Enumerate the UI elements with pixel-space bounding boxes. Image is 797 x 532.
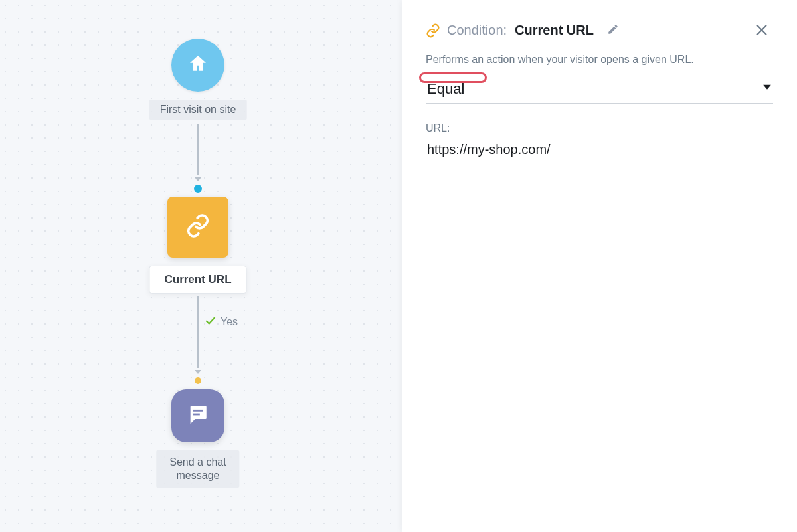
condition-label: Condition: [447, 23, 507, 38]
connector-line [197, 296, 199, 368]
url-field-label: URL: [426, 122, 773, 134]
svg-rect-0 [193, 410, 203, 412]
close-button[interactable] [751, 20, 773, 43]
operator-select[interactable]: Equal [426, 76, 773, 104]
connector-dot-in [194, 185, 202, 193]
connector-dot-in [195, 377, 201, 384]
flow-canvas[interactable]: First visit on site Current URL Yes [0, 0, 797, 532]
action-node-send-chat[interactable] [171, 389, 224, 442]
home-icon [187, 53, 209, 77]
chevron-down-icon [762, 82, 772, 94]
edit-button[interactable] [607, 23, 619, 38]
panel-description: Performs an action when your visitor ope… [426, 52, 773, 67]
panel-header: Condition: Current URL [426, 23, 773, 38]
arrow-down-icon [194, 368, 202, 376]
condition-panel: Condition: Current URL Performs an actio… [402, 0, 797, 532]
condition-node-current-url[interactable] [167, 197, 228, 258]
link-icon [426, 23, 440, 38]
condition-node-label: Current URL [149, 266, 246, 294]
branch-label-yes: Yes [205, 315, 238, 329]
action-node-label: Send a chatmessage [156, 450, 239, 488]
trigger-node-first-visit[interactable] [171, 39, 224, 92]
link-icon [185, 213, 211, 241]
pencil-icon [607, 26, 619, 37]
connector-line [197, 124, 199, 175]
svg-rect-1 [193, 414, 200, 416]
trigger-node-label: First visit on site [149, 100, 247, 120]
check-icon [205, 315, 217, 329]
url-input[interactable] [426, 138, 773, 163]
branch-label-text: Yes [221, 316, 238, 328]
arrow-down-icon [194, 175, 202, 183]
operator-value: Equal [426, 76, 773, 103]
condition-value: Current URL [515, 23, 594, 38]
close-icon [754, 23, 769, 40]
chat-icon [187, 403, 209, 428]
